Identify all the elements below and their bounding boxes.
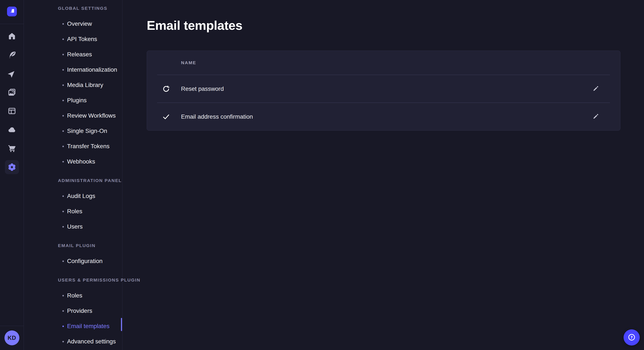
nav-item-label: Media Library [67, 82, 103, 88]
nav-item-email-configuration[interactable]: Configuration [24, 253, 122, 269]
bullet-icon [62, 38, 64, 40]
settings-gear-icon [8, 163, 16, 171]
bullet-icon [62, 295, 64, 296]
nav-section-email-plugin: EMAIL PLUGIN Configuration [24, 241, 122, 269]
bullet-icon [62, 100, 64, 101]
bullet-icon [62, 115, 64, 117]
bullet-icon [62, 211, 64, 212]
sidebar-item-media-library[interactable] [5, 85, 19, 99]
nav-item-label: Webhooks [67, 158, 95, 165]
table-row-email-address-confirmation[interactable]: Email address confirmation [147, 103, 620, 130]
nav-items: Roles Providers Email templates Advanced… [24, 288, 122, 349]
nav-item-label: Roles [67, 292, 82, 299]
layout-builder-icon [8, 107, 16, 115]
nav-item-single-sign-on[interactable]: Single Sign-On [24, 123, 122, 139]
settings-subnav: GLOBAL SETTINGS Overview API Tokens Rele… [24, 0, 122, 350]
sidebar-item-home[interactable] [5, 29, 19, 43]
bullet-icon [62, 310, 64, 312]
nav-items: Overview API Tokens Releases Internation… [24, 16, 122, 169]
edit-button[interactable] [591, 84, 601, 94]
table-row-reset-password[interactable]: Reset password [147, 75, 620, 103]
paper-plane-icon [8, 69, 16, 78]
template-name: Reset password [181, 85, 224, 92]
page-title: Email templates [147, 19, 620, 32]
nav-item-label: Single Sign-On [67, 128, 107, 134]
nav-item-admin-roles[interactable]: Roles [24, 204, 122, 219]
home-icon [8, 32, 16, 40]
bullet-icon [62, 226, 64, 227]
nav-section-title: GLOBAL SETTINGS [24, 4, 122, 13]
feather-content-icon [8, 51, 16, 59]
nav-item-audit-logs[interactable]: Audit Logs [24, 188, 122, 204]
sidebar-item-content-manager[interactable] [5, 48, 19, 62]
nav-item-label: Overview [67, 20, 92, 27]
bullet-icon [62, 54, 64, 55]
nav-item-plugins[interactable]: Plugins [24, 93, 122, 108]
nav-item-internationalization[interactable]: Internationalization [24, 62, 122, 77]
edit-button[interactable] [591, 112, 601, 122]
table-header: NAME [147, 51, 620, 75]
nav-item-label: API Tokens [67, 36, 97, 42]
help-button[interactable]: ? [624, 329, 640, 346]
nav-item-label: Users [67, 223, 83, 230]
workspace-logo-button[interactable] [7, 6, 17, 16]
nav-item-overview[interactable]: Overview [24, 16, 122, 31]
nav-item-releases[interactable]: Releases [24, 47, 122, 62]
nav-scrollbar-thumb[interactable] [121, 318, 122, 331]
nav-section-global-settings: GLOBAL SETTINGS Overview API Tokens Rele… [24, 4, 122, 169]
check-icon [161, 112, 171, 122]
nav-section-administration-panel: ADMINISTRATION PANEL Audit Logs Roles Us… [24, 176, 122, 234]
bullet-icon [62, 341, 64, 342]
edit-pencil-icon [592, 85, 600, 93]
nav-item-label: Releases [67, 51, 92, 58]
nav-items: Audit Logs Roles Users [24, 188, 122, 234]
app-window: KD GLOBAL SETTINGS Overview API Tokens R… [0, 0, 644, 350]
sidebar-item-cloud[interactable] [5, 123, 19, 137]
edit-pencil-icon [592, 113, 600, 121]
nav-items: Configuration [24, 253, 122, 269]
template-name: Email address confirmation [181, 113, 253, 120]
sidebar-icon-nav [5, 29, 19, 174]
nav-item-label: Transfer Tokens [67, 143, 110, 150]
bullet-icon [62, 326, 64, 327]
nav-item-media-library[interactable]: Media Library [24, 77, 122, 93]
nav-item-email-templates[interactable]: Email templates [24, 319, 122, 334]
bullet-icon [62, 23, 64, 25]
nav-section-title: EMAIL PLUGIN [24, 241, 122, 250]
bullet-icon [62, 84, 64, 86]
sidebar-item-settings[interactable] [5, 160, 19, 174]
nav-item-label: Plugins [67, 97, 87, 104]
bullet-icon [62, 130, 64, 132]
media-library-icon [8, 88, 16, 97]
email-templates-table: NAME Reset password [147, 51, 620, 131]
nav-item-review-workflows[interactable]: Review Workflows [24, 108, 122, 123]
sidebar-divider [0, 24, 24, 24]
bullet-icon [62, 195, 64, 197]
nav-item-label: Configuration [67, 258, 103, 265]
nav-item-label: Email templates [67, 323, 110, 330]
user-avatar[interactable]: KD [4, 331, 20, 345]
nav-item-label: Advanced settings [67, 338, 116, 345]
nav-item-label: Roles [67, 208, 82, 215]
nav-section-title: ADMINISTRATION PANEL [24, 176, 122, 185]
nav-item-transfer-tokens[interactable]: Transfer Tokens [24, 139, 122, 154]
nav-item-api-tokens[interactable]: API Tokens [24, 31, 122, 47]
refresh-icon [161, 84, 171, 94]
nav-item-up-roles[interactable]: Roles [24, 288, 122, 303]
nav-item-webhooks[interactable]: Webhooks [24, 154, 122, 169]
sidebar-item-content-type-builder[interactable] [5, 104, 19, 118]
nav-section-users-permissions-plugin: USERS & PERMISSIONS PLUGIN Roles Provide… [24, 276, 122, 349]
bullet-icon [62, 146, 64, 147]
nav-item-label: Providers [67, 308, 92, 314]
sidebar-bottom: KD [0, 326, 24, 350]
icon-sidebar: KD [0, 0, 24, 350]
nav-item-admin-users[interactable]: Users [24, 219, 122, 234]
nav-item-label: Review Workflows [67, 112, 116, 119]
nav-item-advanced-settings[interactable]: Advanced settings [24, 334, 122, 349]
nav-item-providers[interactable]: Providers [24, 303, 122, 319]
question-circle-icon: ? [627, 333, 636, 342]
main-content: Email templates NAME Reset password [122, 0, 644, 350]
sidebar-item-marketplace[interactable] [5, 141, 19, 156]
sidebar-item-releases[interactable] [5, 67, 19, 81]
nav-item-label: Internationalization [67, 66, 117, 73]
